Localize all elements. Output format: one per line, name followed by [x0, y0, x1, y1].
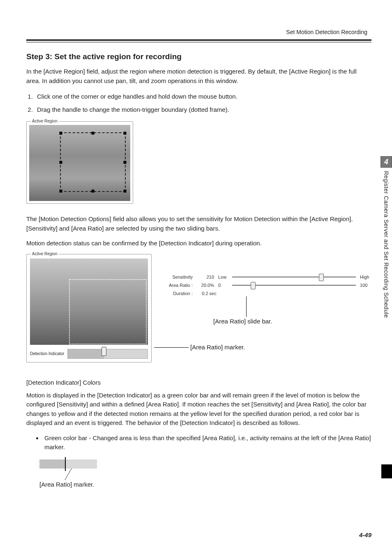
detection-colors-list: Green color bar - Changed area is less t… [26, 434, 371, 452]
detection-indicator-fill [68, 349, 104, 358]
sensitivity-high-label: High [360, 275, 371, 279]
sensitivity-row: Sensitivity 210 Low High [164, 275, 371, 279]
detection-indicator-row: Detection Indicator [30, 349, 148, 359]
figure-active-region-small: Active Region [26, 121, 133, 204]
sensitivity-low-label: Low [218, 275, 228, 279]
resize-handle[interactable] [92, 190, 95, 193]
figure-legend: Active Region [31, 252, 59, 256]
area-ratio-high-label: 100 [360, 283, 371, 288]
running-header: Set Motion Detection Recording [26, 29, 371, 35]
area-ratio-slider-thumb[interactable] [251, 282, 256, 289]
step-list-item: Click one of the corner or edge handles … [35, 91, 371, 102]
callout-marker: [Area Ratio] marker. [190, 344, 245, 351]
marker-illustration [39, 459, 101, 480]
step-list-item: Drag the handle to change the motion-tri… [35, 104, 371, 115]
detection-colors-heading: [Detection Indicator] Colors [26, 379, 371, 386]
area-ratio-row: Area Ratio : 20.0% 0 100 [164, 283, 371, 288]
callout-slide-bar: [Area Ratio] slide bar. [213, 318, 272, 325]
sensitivity-value: 210 [197, 275, 214, 279]
paragraph-options: The [Motion Detection Options] field als… [26, 215, 371, 233]
detection-colors-paragraph: Motion is displayed in the [Detection In… [26, 391, 371, 428]
figure-options: Active Region Detection Indicator Sensit… [26, 254, 371, 362]
step-list: Click one of the corner or edge handles … [26, 91, 371, 115]
page: Set Motion Detection Recording Step 3: S… [0, 0, 392, 554]
resize-handle[interactable] [124, 132, 127, 135]
sensitivity-label: Sensitivity [164, 275, 193, 279]
duration-label: Duration : [164, 291, 193, 296]
paragraph-status: Motion detection status can be confirmed… [26, 239, 371, 248]
illustration-bar [39, 459, 97, 469]
resize-handle[interactable] [60, 132, 62, 135]
page-number: 4-49 [359, 531, 371, 538]
area-ratio-slider[interactable] [232, 285, 356, 286]
motion-trigger-boundary[interactable] [60, 132, 126, 192]
chapter-number-badge: 4 [380, 156, 392, 168]
camera-preview-image [29, 125, 130, 201]
detection-indicator-bar [67, 349, 148, 359]
marker-illustration-caption: [Area Ratio] marker. [39, 481, 371, 488]
motion-trigger-boundary[interactable] [69, 279, 147, 344]
figure-active-region-large: Active Region Detection Indicator [26, 254, 152, 362]
figure-settings-panel: Sensitivity 210 Low High Area Ratio : 20… [164, 254, 371, 299]
resize-handle[interactable] [92, 132, 95, 135]
illustration-bar-fill [39, 459, 65, 469]
resize-handle[interactable] [60, 190, 62, 193]
camera-preview-image [30, 259, 148, 345]
resize-handle[interactable] [124, 190, 127, 193]
resize-handle[interactable] [124, 161, 127, 164]
callout-leader [154, 347, 189, 348]
detection-colors-list-item: Green color bar - Changed area is less t… [43, 434, 371, 452]
step-title: Step 3: Set the active region for record… [26, 52, 371, 61]
sensitivity-slider-thumb[interactable] [319, 274, 324, 281]
callout-leader [246, 296, 247, 317]
sensitivity-slider[interactable] [232, 277, 356, 277]
area-ratio-marker[interactable] [101, 347, 106, 361]
area-ratio-value: 20.0% [197, 283, 214, 288]
intro-paragraph: In the [Active Region] field, adjust the… [26, 67, 371, 85]
illustration-leader [60, 469, 76, 480]
header-rule [26, 39, 371, 42]
area-ratio-label: Area Ratio : [164, 283, 193, 288]
resize-handle[interactable] [60, 161, 62, 164]
chapter-tab: 4 Register Camera Server and Set Recordi… [380, 156, 392, 318]
thumb-index-mark [381, 464, 392, 478]
detection-indicator-label: Detection Indicator [30, 351, 64, 356]
figure-legend: Active Region [31, 119, 59, 123]
area-ratio-low-label: 0 [218, 283, 228, 288]
chapter-title-vertical: Register Camera Server and Set Recording… [383, 171, 390, 318]
duration-row: Duration : 0.2 sec [164, 291, 371, 296]
duration-value: 0.2 sec [197, 291, 221, 296]
